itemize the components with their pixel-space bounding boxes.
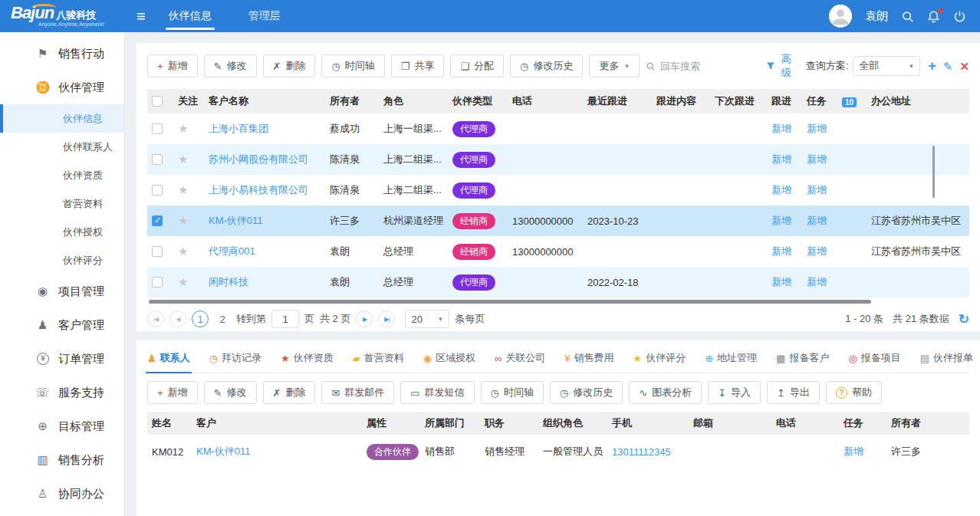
menu-icon[interactable]: ≡: [136, 0, 146, 32]
row-checkbox[interactable]: [152, 215, 163, 226]
search-input[interactable]: [660, 61, 766, 72]
delete-scheme-icon[interactable]: ✕: [959, 61, 969, 72]
add-task-link[interactable]: 新增: [844, 445, 863, 457]
add-task-link[interactable]: 新增: [807, 153, 827, 165]
edit-scheme-icon[interactable]: ✎: [943, 61, 953, 72]
share-button[interactable]: ❐共享: [391, 54, 445, 77]
sidebar-item-first-sale-data[interactable]: 首营资料: [0, 189, 124, 218]
add-button[interactable]: +新增: [147, 381, 198, 404]
filter-funnel-icon[interactable]: [766, 61, 775, 71]
sidebar-item-partner-contact[interactable]: 伙伴联系人: [0, 133, 124, 161]
customer-name-link[interactable]: 苏州小网股份有限公司: [209, 153, 308, 165]
detail-tab-partner-qualification[interactable]: ★伙伴资质: [281, 347, 334, 373]
sidebar-item-customer-management[interactable]: ♟客户管理: [0, 308, 124, 342]
advanced-search-link[interactable]: 高级: [781, 52, 798, 80]
add-follow-link[interactable]: 新增: [771, 215, 791, 226]
edit-history-button[interactable]: ◷修改历史: [550, 381, 623, 404]
bulk-sms-button[interactable]: ▭群发短信: [400, 381, 474, 404]
avatar[interactable]: [829, 5, 852, 28]
nav-tab-partner-info[interactable]: 伙伴信息: [150, 0, 230, 32]
sidebar-item-partner-qualification[interactable]: 伙伴资质: [0, 161, 124, 189]
row-checkbox[interactable]: [152, 277, 163, 288]
add-scheme-icon[interactable]: +: [928, 59, 936, 73]
page-2-button[interactable]: 2: [214, 311, 231, 327]
user-name[interactable]: 袁朗: [865, 9, 888, 24]
table-row[interactable]: ★上海小百集团蔡成功上海一组渠...代理商新增新增: [147, 113, 969, 144]
prev-page-button[interactable]: ◀: [169, 311, 186, 327]
sidebar-item-partner-management[interactable]: ♊伙伴管理: [0, 71, 124, 104]
customer-name-link[interactable]: 上海小百集团: [209, 123, 268, 134]
table-row[interactable]: ★苏州小网股份有限公司陈清泉上海二组渠...代理商新增新增: [147, 144, 969, 175]
timeline-button[interactable]: ◷时间轴: [321, 54, 384, 77]
customer-name-link[interactable]: 代理商001: [209, 245, 255, 257]
sidebar-item-sales-analysis[interactable]: ▥销售分析: [0, 443, 124, 477]
row-checkbox[interactable]: [152, 185, 163, 196]
add-follow-link[interactable]: 新增: [771, 153, 791, 165]
detail-tab-partner-quotation[interactable]: ▤伙伴报单: [920, 347, 973, 373]
page-size-select[interactable]: 20 ▼: [405, 310, 449, 328]
delete-button[interactable]: ✗删除: [263, 381, 316, 404]
table-row[interactable]: ★KM-伙伴011许三多杭州渠道经理经销商130000000002023-10-…: [147, 205, 969, 236]
vertical-scrollbar[interactable]: [932, 146, 935, 198]
detail-tab-address-management[interactable]: ⊕地址管理: [705, 347, 757, 373]
delete-button[interactable]: ✗删除: [263, 54, 316, 77]
favorite-star-icon[interactable]: ★: [178, 275, 188, 288]
detail-tab-reported-projects[interactable]: ◎报备项目: [848, 347, 900, 373]
detail-tab-visit-records[interactable]: ◷拜访记录: [209, 347, 261, 373]
favorite-star-icon[interactable]: ★: [178, 183, 188, 196]
customer-name-link[interactable]: KM-伙伴011: [209, 215, 263, 226]
detail-tab-reported-customers[interactable]: ▦报备客户: [776, 347, 829, 373]
add-button[interactable]: +新增: [147, 54, 198, 77]
add-follow-link[interactable]: 新增: [771, 276, 791, 288]
mobile-link[interactable]: 13011112345: [612, 446, 671, 458]
query-scheme-select[interactable]: 全部 ▼: [853, 56, 920, 76]
sidebar-item-project-management[interactable]: ◉项目管理: [0, 274, 124, 308]
search-icon[interactable]: [901, 10, 914, 23]
first-page-button[interactable]: |◀: [147, 311, 164, 327]
detail-tab-first-sale-data[interactable]: ▰首营资料: [353, 347, 404, 373]
sidebar-item-goal-management[interactable]: ⊕目标管理: [0, 409, 124, 443]
row-checkbox[interactable]: [152, 154, 163, 165]
edit-history-button[interactable]: ◷修改历史: [510, 54, 583, 77]
select-all-checkbox[interactable]: [152, 96, 163, 107]
add-task-link[interactable]: 新增: [807, 215, 827, 226]
edit-button[interactable]: ✎修改: [204, 381, 257, 404]
sidebar-item-collaboration[interactable]: ♙协同办公: [0, 477, 124, 511]
assign-button[interactable]: ❏分配: [450, 54, 504, 77]
edit-button[interactable]: ✎修改: [204, 54, 257, 77]
detail-tab-contacts[interactable]: ♟联系人: [147, 347, 190, 373]
detail-tab-sales-expense[interactable]: ¥销售费用: [564, 347, 613, 373]
add-follow-link[interactable]: 新增: [771, 184, 791, 196]
table-row[interactable]: ★代理商001袁朗总经理经销商13000000000新增新增江苏省苏州市吴中区: [147, 236, 969, 267]
sidebar-item-service-support[interactable]: ☏服务支持: [0, 376, 124, 409]
customer-name-link[interactable]: 闲时科技: [209, 276, 248, 288]
page-1-button[interactable]: 1: [192, 311, 209, 327]
detail-tab-related-company[interactable]: ∞关联公司: [495, 347, 545, 373]
sidebar-item-order-management[interactable]: ¥订单管理: [0, 342, 124, 376]
customer-name-link[interactable]: 上海小易科技有限公司: [209, 184, 308, 196]
last-page-button[interactable]: ▶|: [378, 311, 395, 327]
sidebar-item-partner-authorization[interactable]: 伙伴授权: [0, 218, 124, 246]
table-row[interactable]: ★闲时科技袁朗总经理代理商2022-02-18新增新增: [147, 267, 969, 297]
favorite-star-icon[interactable]: ★: [178, 214, 188, 227]
bell-icon[interactable]: [927, 10, 940, 23]
export-button[interactable]: ↥导出: [767, 381, 820, 404]
import-button[interactable]: ↧导入: [708, 381, 761, 404]
sidebar-item-sales-action[interactable]: ⚑销售行动: [0, 37, 124, 71]
detail-tab-region-authorization[interactable]: ◉区域授权: [423, 347, 475, 373]
favorite-star-icon[interactable]: ★: [178, 122, 188, 135]
app-logo[interactable]: Bajun 八骏科技 Anyone,Anytime,Anywhere!: [11, 5, 132, 27]
detail-tab-partner-score[interactable]: ★伙伴评分: [633, 347, 686, 373]
nav-tab-management[interactable]: 管理层: [230, 0, 299, 32]
row-checkbox[interactable]: [152, 246, 163, 257]
add-follow-link[interactable]: 新增: [771, 245, 791, 257]
next-page-button[interactable]: ▶: [356, 311, 373, 327]
help-button[interactable]: ?帮助: [826, 381, 882, 404]
favorite-star-icon[interactable]: ★: [178, 245, 188, 258]
goto-page-input[interactable]: [271, 310, 299, 328]
customer-link[interactable]: KM-伙伴011: [196, 445, 251, 457]
add-follow-link[interactable]: 新增: [771, 123, 791, 134]
refresh-icon[interactable]: ↻: [959, 311, 969, 327]
row-checkbox[interactable]: [152, 123, 163, 134]
table-row[interactable]: KM012KM-伙伴011合作伙伴销售部销售经理一般管理人员1301111234…: [147, 435, 969, 468]
